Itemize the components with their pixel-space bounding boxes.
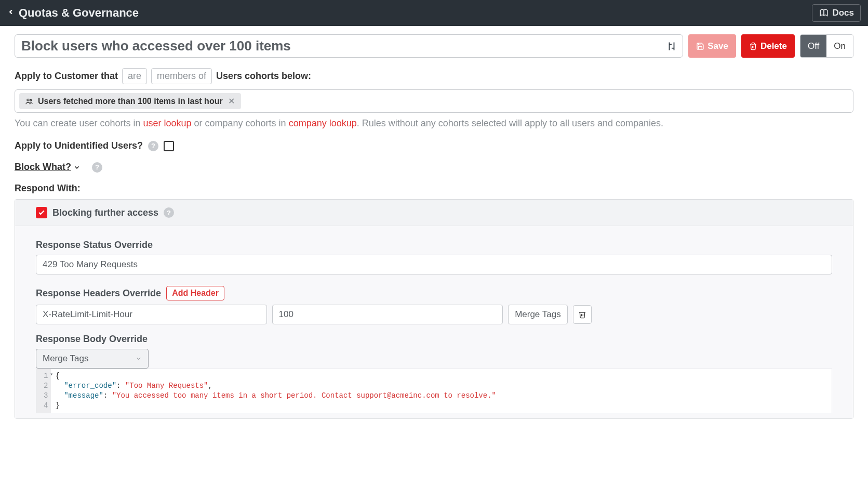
delete-header-button[interactable] <box>573 305 592 324</box>
body-override-label: Response Body Override <box>36 334 832 345</box>
merge-tags-button[interactable]: Merge Tags <box>508 305 568 324</box>
add-header-button[interactable]: Add Header <box>166 286 224 300</box>
unidentified-label: Apply to Unidentified Users? <box>15 140 143 151</box>
trash-icon <box>749 42 757 50</box>
users-icon <box>24 97 34 106</box>
cohort-chip: Users fetched more than 100 items in las… <box>19 93 241 109</box>
help-icon[interactable]: ? <box>164 207 174 218</box>
back-chevron-icon[interactable] <box>7 6 15 20</box>
docs-label: Docs <box>832 8 854 18</box>
help-icon[interactable]: ? <box>148 141 158 151</box>
status-override-label: Response Status Override <box>36 240 832 251</box>
toggle-off[interactable]: Off <box>800 35 826 57</box>
header-value-input[interactable] <box>272 305 503 324</box>
code-gutter: ▾ 1 2 3 4 <box>36 369 51 413</box>
blocking-label: Blocking further access <box>52 207 158 218</box>
header-key-input[interactable] <box>36 305 267 324</box>
blocking-checkbox[interactable] <box>36 207 47 218</box>
cohort-hint: You can create user cohorts in user look… <box>15 118 853 129</box>
apply-suffix: Users cohorts below: <box>216 71 311 82</box>
apply-prefix: Apply to Customer that <box>15 71 118 82</box>
svg-point-5 <box>30 99 32 101</box>
unidentified-row: Apply to Unidentified Users? ? <box>15 140 853 151</box>
save-icon <box>696 42 704 50</box>
headers-override-label: Response Headers Override <box>36 288 161 299</box>
chevron-down-icon <box>136 356 142 362</box>
respond-panel: Blocking further access ? Response Statu… <box>15 199 853 419</box>
svg-point-4 <box>27 99 29 101</box>
chevron-down-icon <box>73 164 81 171</box>
apply-are-select[interactable]: are <box>122 68 147 84</box>
topbar: Quotas & Governance Docs <box>0 0 868 26</box>
rule-name-field-wrap <box>15 34 683 58</box>
save-button[interactable]: Save <box>688 34 736 58</box>
delete-button[interactable]: Delete <box>741 34 795 58</box>
fold-icon[interactable]: ▾ <box>50 371 53 378</box>
compare-icon[interactable] <box>666 41 677 52</box>
body-merge-tags-select[interactable]: Merge Tags <box>36 349 149 369</box>
company-lookup-link[interactable]: company lookup <box>289 118 357 128</box>
respond-with-label: Respond With: <box>15 183 853 194</box>
apply-members-select[interactable]: members of <box>151 68 212 84</box>
book-icon <box>819 8 829 18</box>
cohort-box[interactable]: Users fetched more than 100 items in las… <box>15 89 853 113</box>
header-row: Merge Tags <box>36 305 832 324</box>
help-icon[interactable]: ? <box>92 162 102 173</box>
docs-button[interactable]: Docs <box>812 4 861 22</box>
rule-name-input[interactable] <box>19 37 666 55</box>
chip-close-icon[interactable]: ✕ <box>227 96 236 106</box>
status-override-input[interactable] <box>36 255 832 274</box>
respond-panel-header: Blocking further access ? <box>15 200 853 226</box>
block-what-row: Block What? ? <box>15 162 853 173</box>
page-title: Quotas & Governance <box>19 6 139 20</box>
block-what-dropdown[interactable]: Block What? <box>15 162 81 173</box>
toggle-on[interactable]: On <box>826 35 853 57</box>
unidentified-checkbox[interactable] <box>164 141 174 151</box>
code-body[interactable]: { "error_code": "Too Many Requests", "me… <box>51 369 832 413</box>
code-editor[interactable]: ▾ 1 2 3 4 { "error_code": "Too Many Requ… <box>36 369 832 413</box>
user-lookup-link[interactable]: user lookup <box>143 118 191 128</box>
title-row: Save Delete Off On <box>15 34 853 58</box>
trash-icon <box>578 310 586 319</box>
enable-toggle: Off On <box>800 34 853 58</box>
cohort-chip-label: Users fetched more than 100 items in las… <box>38 97 223 106</box>
apply-line: Apply to Customer that are members of Us… <box>15 68 853 84</box>
